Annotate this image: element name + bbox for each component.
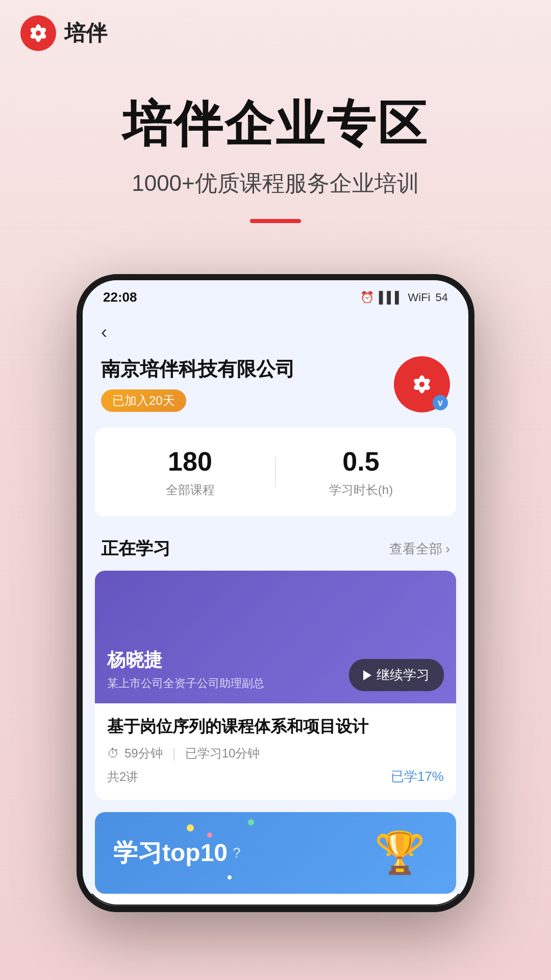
studying-title: 正在学习 — [101, 537, 170, 560]
phone-frame: 22:08 ⏰ ▌▌▌ WiFi 54 ‹ 南京培伴科技有限公司 已加入20天 — [77, 274, 474, 912]
company-section: 南京培伴科技有限公司 已加入20天 — [83, 351, 468, 428]
progress-text: 已学17% — [391, 768, 444, 786]
status-icons: ⏰ ▌▌▌ WiFi 54 — [360, 291, 448, 304]
company-info: 南京培伴科技有限公司 已加入20天 — [101, 356, 394, 412]
top10-card[interactable]: 学习top10 ? 🏆 — [95, 812, 456, 894]
phone-content: ‹ 南京培伴科技有限公司 已加入20天 — [83, 311, 468, 894]
app-name: 培伴 — [64, 19, 107, 47]
svg-point-7 — [36, 31, 41, 36]
studied-time: 已学习10分钟 — [185, 745, 260, 762]
course-thumbnail: 杨晓捷 某上市公司全资子公司助理副总 继续学习 — [95, 571, 456, 703]
wifi-icon: WiFi — [408, 291, 431, 304]
back-button[interactable]: ‹ — [101, 322, 107, 343]
top10-title: 学习top10 — [113, 837, 228, 869]
status-time: 22:08 — [103, 289, 137, 305]
battery-icon: 54 — [436, 291, 448, 304]
confetti-4 — [228, 875, 232, 879]
chevron-right-icon: › — [445, 541, 450, 557]
course-footer: 共2讲 已学17% — [107, 768, 444, 786]
signal-icon: ▌▌▌ — [379, 291, 403, 304]
status-bar: 22:08 ⏰ ▌▌▌ WiFi 54 — [83, 280, 468, 311]
lectures-count: 共2讲 — [107, 769, 138, 785]
teacher-info: 杨晓捷 某上市公司全资子公司助理副总 — [107, 648, 264, 691]
trophy-icon: 🏆 — [374, 829, 425, 877]
course-title: 基于岗位序列的课程体系和项目设计 — [107, 716, 444, 738]
continue-btn-label: 继续学习 — [377, 666, 430, 684]
study-hours-label: 学习时长(h) — [276, 482, 446, 498]
thumbnail-bottom: 杨晓捷 某上市公司全资子公司助理副总 继续学习 — [107, 648, 444, 691]
study-hours-count: 0.5 — [276, 446, 446, 477]
verified-badge: v — [433, 395, 448, 410]
hero-section: 培伴企业专区 1000+优质课程服务企业培训 — [0, 61, 551, 274]
app-logo-icon — [20, 15, 56, 51]
view-all-text: 查看全部 — [389, 540, 442, 558]
hero-subtitle: 1000+优质课程服务企业培训 — [20, 168, 531, 199]
courses-label: 全部课程 — [105, 482, 275, 498]
hero-divider — [250, 219, 301, 223]
clock-icon: ⏱ — [107, 746, 119, 761]
teacher-name: 杨晓捷 — [107, 648, 162, 673]
stat-study-hours: 0.5 学习时长(h) — [276, 446, 446, 498]
svg-point-14 — [419, 382, 424, 387]
phone-mockup-wrapper: 22:08 ⏰ ▌▌▌ WiFi 54 ‹ 南京培伴科技有限公司 已加入20天 — [0, 274, 551, 912]
studying-section-header: 正在学习 查看全部 › — [83, 532, 468, 571]
meta-separator: ｜ — [168, 745, 180, 762]
play-icon — [363, 670, 371, 680]
top10-question-mark: ? — [233, 845, 241, 861]
company-avatar: v — [394, 356, 450, 412]
confetti-1 — [187, 824, 194, 831]
view-all-link[interactable]: 查看全部 › — [389, 540, 450, 558]
page-header: ‹ — [83, 311, 468, 351]
teacher-title: 某上市公司全资子公司助理副总 — [107, 676, 264, 691]
course-duration: 59分钟 — [124, 745, 163, 762]
continue-learning-button[interactable]: 继续学习 — [349, 659, 444, 691]
hero-title: 培伴企业专区 — [20, 92, 531, 158]
company-join-badge: 已加入20天 — [101, 389, 186, 412]
course-info: 基于岗位序列的课程体系和项目设计 ⏱ 59分钟 ｜ 已学习10分钟 共2讲 已学… — [95, 703, 456, 800]
stat-courses: 180 全部课程 — [105, 446, 275, 498]
course-meta: ⏱ 59分钟 ｜ 已学习10分钟 — [107, 745, 444, 762]
courses-count: 180 — [105, 446, 275, 477]
stats-card: 180 全部课程 0.5 学习时长(h) — [95, 428, 456, 517]
top-bar: 培伴 — [0, 0, 551, 61]
company-name: 南京培伴科技有限公司 — [101, 356, 394, 382]
confetti-3 — [248, 819, 254, 825]
alarm-icon: ⏰ — [360, 291, 374, 304]
course-card[interactable]: 杨晓捷 某上市公司全资子公司助理副总 继续学习 基于岗位序列的课程体系和项目设计… — [95, 571, 456, 800]
